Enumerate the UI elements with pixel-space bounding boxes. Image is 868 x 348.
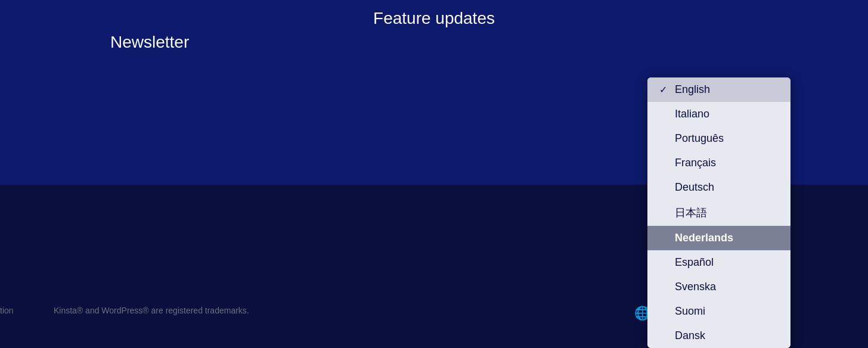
language-label: Nederlands: [675, 232, 733, 244]
language-item[interactable]: Nederlands: [647, 226, 790, 250]
language-label: Italiano: [675, 108, 709, 120]
language-label: English: [675, 83, 710, 96]
feature-updates-title: Feature updates: [373, 9, 495, 28]
language-item[interactable]: Español: [647, 250, 790, 275]
language-item[interactable]: Português: [647, 126, 790, 151]
language-label: Suomi: [675, 305, 705, 318]
language-item[interactable]: Svenska: [647, 275, 790, 299]
language-item[interactable]: Deutsch: [647, 175, 790, 200]
language-label: Deutsch: [675, 181, 714, 194]
language-item[interactable]: Français: [647, 151, 790, 175]
language-item[interactable]: Suomi: [647, 299, 790, 324]
checkmark-icon: ✓: [659, 84, 669, 95]
trademark-text: Kinsta® and WordPress® are registered tr…: [54, 306, 249, 315]
language-item[interactable]: ✓English: [647, 77, 790, 102]
language-label: Português: [675, 132, 724, 145]
language-item[interactable]: 日本語: [647, 200, 790, 226]
language-label: Français: [675, 157, 716, 169]
language-label: Español: [675, 256, 714, 269]
trademark-prefix: tion: [0, 306, 14, 315]
language-label: Svenska: [675, 281, 716, 293]
language-item[interactable]: Dansk: [647, 324, 790, 348]
language-label: Dansk: [675, 330, 705, 342]
newsletter-title: Newsletter: [110, 33, 189, 52]
language-label: 日本語: [675, 206, 707, 220]
language-item[interactable]: Italiano: [647, 102, 790, 126]
language-dropdown[interactable]: ✓EnglishItalianoPortuguêsFrançaisDeutsch…: [647, 77, 790, 348]
